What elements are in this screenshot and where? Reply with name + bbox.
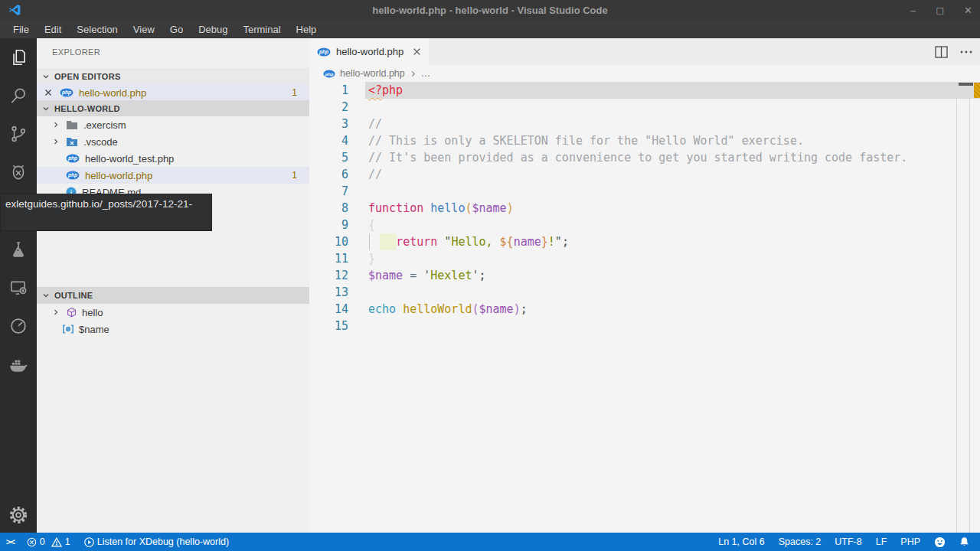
symbol-variable-icon (62, 324, 74, 334)
outline-item-label: hello (82, 307, 103, 318)
close-icon[interactable] (413, 47, 421, 56)
tree-item-label: hello-world.php (85, 170, 152, 181)
line-number: 5 (309, 149, 348, 166)
outline-item-label: $name (79, 324, 109, 335)
cursor-position[interactable]: Ln 1, Col 6 (718, 536, 764, 547)
code-line[interactable]: 7 (309, 183, 980, 200)
code-line[interactable]: 3// (309, 116, 980, 132)
menu-file[interactable]: File (5, 21, 37, 38)
settings-gear-icon[interactable] (0, 497, 37, 533)
split-editor-icon[interactable] (935, 46, 948, 58)
tab-hello-world-php[interactable]: php hello-world.php (309, 38, 429, 65)
remote-indicator-icon[interactable]: >< (6, 537, 15, 546)
line-number: 13 (309, 284, 348, 301)
line-number: 10 (309, 233, 348, 250)
outline-item-hello[interactable]: hello (37, 304, 309, 321)
menu-go[interactable]: Go (162, 21, 191, 38)
encoding[interactable]: UTF-8 (835, 536, 861, 547)
outline-header[interactable]: OUTLINE (37, 287, 309, 304)
title-bar: hello-world.php - hello-world - Visual S… (0, 0, 980, 21)
language-mode[interactable]: PHP (900, 536, 920, 547)
menu-terminal[interactable]: Terminal (235, 21, 288, 38)
php-file-icon: php (66, 171, 80, 180)
code-line[interactable]: 12$name = 'Hexlet'; (309, 267, 980, 284)
eol-sequence[interactable]: LF (876, 536, 887, 547)
breadcrumb-ellipsis[interactable]: … (421, 68, 431, 79)
code-line[interactable]: 11} (309, 250, 980, 267)
indentation[interactable]: Spaces: 2 (779, 536, 822, 547)
debug-icon[interactable] (0, 154, 37, 191)
folder-section-header[interactable]: HELLO-WORLD (37, 100, 309, 116)
menu-view[interactable]: View (126, 21, 162, 38)
code-line[interactable]: 9{ (309, 217, 980, 233)
tree-item-exercism[interactable]: .exercism (37, 116, 309, 133)
code-line[interactable]: 5// It's been provided as a convenience … (309, 149, 980, 166)
code-line[interactable]: 13 (309, 284, 980, 301)
open-editor-item[interactable]: php hello-world.php 1 (37, 84, 309, 101)
vertical-ruler (956, 82, 957, 533)
tree-item-vscode[interactable]: .vscode (37, 133, 309, 150)
menu-selection[interactable]: Selection (69, 21, 125, 38)
notifications-bell-icon[interactable] (959, 536, 969, 547)
code-text: <?php (368, 82, 403, 99)
explorer-sidebar: EXPLORER OPEN EDITORS php hello-world.ph… (37, 38, 309, 533)
explorer-icon[interactable] (0, 39, 37, 76)
code-line[interactable]: 15 (309, 318, 980, 334)
tab-label: hello-world.php (336, 46, 403, 57)
code-line[interactable]: 8function hello($name) (309, 200, 980, 217)
outline-item-name-var[interactable]: $name (37, 321, 309, 337)
php-file-icon: php (60, 88, 74, 97)
menu-help[interactable]: Help (289, 21, 325, 38)
code-line[interactable]: 1<?php (309, 82, 980, 99)
remote-explorer-icon[interactable] (0, 269, 37, 306)
line-number: 7 (309, 183, 348, 200)
menu-debug[interactable]: Debug (191, 21, 235, 38)
feedback-smiley-icon[interactable] (934, 536, 946, 548)
line-number: 2 (309, 99, 348, 116)
line-number: 11 (309, 250, 348, 267)
code-lines: 1<?php23//4// This is only a SKELETON fi… (309, 82, 980, 533)
breadcrumb-file[interactable]: hello-world.php (340, 68, 405, 79)
window-title: hello-world.php - hello-world - Visual S… (372, 5, 607, 16)
menu-edit[interactable]: Edit (37, 21, 69, 38)
docker-icon[interactable] (0, 346, 37, 383)
line-number: 15 (309, 318, 348, 334)
maximize-button[interactable]: ◻ (936, 5, 944, 15)
tree-item-hello-world-php[interactable]: php hello-world.php 1 (37, 167, 309, 184)
open-editors-header[interactable]: OPEN EDITORS (37, 68, 309, 84)
code-line[interactable]: 14echo helloWorld($name); (309, 301, 980, 318)
vertical-ruler (969, 82, 970, 533)
problems-badge: 1 (292, 87, 297, 98)
tree-item-label: hello-world_test.php (85, 153, 174, 165)
chevron-right-icon (52, 138, 60, 145)
line-number: 6 (309, 166, 348, 183)
chevron-right-icon (410, 70, 416, 77)
tree-item-test-php[interactable]: php hello-world_test.php (37, 150, 309, 167)
dial-icon[interactable] (0, 308, 37, 344)
minimize-button[interactable]: – (910, 5, 916, 15)
code-text: // It's been provided as a convenience t… (368, 149, 907, 166)
line-number: 3 (309, 116, 348, 132)
problems-errors[interactable]: 0 (27, 536, 45, 547)
test-explorer-icon[interactable] (0, 231, 37, 268)
chevron-down-icon (42, 105, 50, 112)
status-bar: >< 0 1 Listen for XDebug (hello-world) L… (0, 533, 980, 551)
xdebug-listener[interactable]: Listen for XDebug (hello-world) (84, 536, 229, 547)
problems-warnings[interactable]: 1 (51, 536, 70, 547)
breadcrumb[interactable]: php hello-world.php … (309, 65, 980, 82)
problems-badge: 1 (292, 170, 297, 181)
path-tooltip: exletguides.github.io/_posts/2017-12-21- (0, 194, 212, 231)
code-line[interactable]: 6// (309, 166, 980, 183)
symbol-function-icon (66, 307, 77, 318)
close-icon[interactable] (44, 89, 52, 96)
search-icon[interactable] (0, 77, 37, 114)
source-control-icon[interactable] (0, 116, 37, 152)
code-text: // (368, 166, 382, 183)
code-line[interactable]: 4// This is only a SKELETON file for the… (309, 132, 980, 149)
line-number: 1 (309, 82, 348, 99)
open-editor-label: hello-world.php (79, 87, 146, 99)
code-line[interactable]: 10 return "Hello, ${name}!"; (309, 233, 980, 250)
close-button[interactable]: ✕ (964, 5, 972, 15)
code-line[interactable]: 2 (309, 99, 980, 116)
more-actions-icon[interactable] (960, 51, 972, 54)
